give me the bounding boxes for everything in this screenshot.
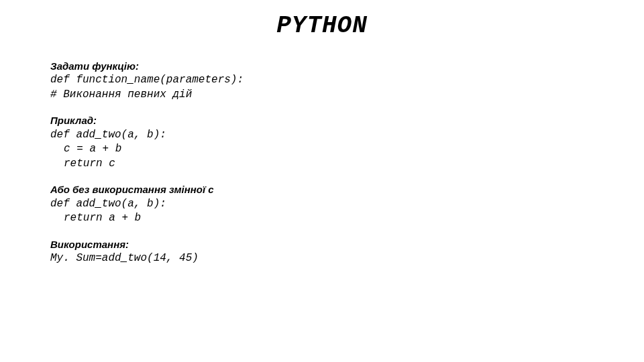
label-define: Задати функцію: [50, 60, 644, 73]
code-example-line1: def add_two(a, b): [50, 128, 644, 143]
page-title: PYTHON [0, 0, 644, 40]
section-example: Приклад: def add_two(a, b): c = a + b re… [50, 114, 644, 171]
section-alternative: Або без використання змінної с def add_t… [50, 183, 644, 225]
content-body: Задати функцію: def function_name(parame… [0, 40, 644, 266]
code-alt-line1: def add_two(a, b): [50, 197, 644, 212]
code-alt-line2: return a + b [50, 211, 644, 226]
code-define-line2: # Виконання певних дій [50, 88, 644, 103]
section-usage: Використання: My. Sum=add_two(14, 45) [50, 238, 644, 266]
code-example-line2: c = a + b [50, 142, 644, 157]
label-example: Приклад: [50, 114, 644, 127]
section-define: Задати функцію: def function_name(parame… [50, 60, 644, 102]
code-example-line3: return c [50, 157, 644, 172]
label-alternative: Або без використання змінної с [50, 183, 644, 196]
code-usage-line1: My. Sum=add_two(14, 45) [50, 251, 644, 266]
label-usage: Використання: [50, 238, 644, 251]
code-define-line1: def function_name(parameters): [50, 73, 644, 88]
